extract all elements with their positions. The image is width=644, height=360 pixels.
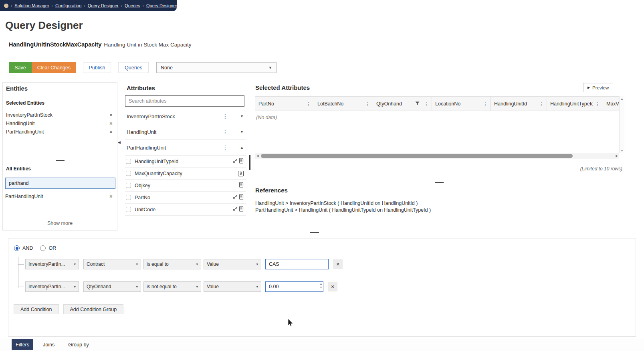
selected-entity-row: InventoryPartInStock × (3, 111, 117, 119)
query-name: HandlingUnitinStockMaxCapacity (9, 41, 101, 48)
column-header-handlingunittypeid[interactable]: HandlingUnitTypeId ⋮ (547, 97, 603, 111)
horizontal-scrollbar[interactable]: ◀ ▶ (255, 153, 619, 159)
attribute-checkbox[interactable] (126, 171, 131, 176)
condition-value-input[interactable] (265, 259, 329, 269)
column-header-lotbatchno[interactable]: LotBatchNo ⋮ (314, 97, 373, 111)
column-header-maxvol[interactable]: MaxVol (603, 97, 619, 111)
attribute-checkbox[interactable] (126, 183, 131, 188)
condition-attribute-dropdown[interactable]: QtyOnhand ▾ (83, 281, 141, 292)
or-label: OR (48, 245, 56, 251)
attribute-checkbox[interactable] (126, 159, 131, 164)
column-header-partno[interactable]: PartNo ⋮ (255, 97, 314, 111)
dropdown-value: Value (207, 284, 219, 289)
condition-valuetype-dropdown[interactable]: Value ▾ (204, 281, 261, 292)
scroll-right-icon[interactable]: ▶ (616, 153, 618, 159)
scroll-up-icon[interactable]: ▲ (620, 97, 624, 100)
home-icon[interactable] (4, 4, 8, 8)
attributes-list: InventoryPartInStock ⋮ ▼ HandlingUnit ⋮ … (125, 109, 246, 216)
vertical-scrollbar[interactable]: ▲ ▼ (619, 96, 624, 153)
kebab-menu-icon[interactable]: ⋮ (221, 129, 230, 135)
attribute-checkbox[interactable] (126, 207, 131, 212)
kebab-menu-icon[interactable]: ⋮ (481, 101, 490, 107)
condition-operator-dropdown[interactable]: is equal to ▾ (143, 259, 201, 269)
add-condition-button[interactable]: Add Condition (14, 304, 59, 314)
or-radio-option[interactable]: OR (40, 245, 56, 251)
column-header-qtyonhand[interactable]: QtyOnhand ⋮ (373, 97, 432, 111)
condition-entity-dropdown[interactable]: InventoryPartIn... ▾ (25, 281, 79, 292)
collapse-left-panel-icon[interactable]: ◀ (118, 140, 121, 144)
remove-condition-button[interactable]: × (328, 282, 337, 291)
scroll-left-icon[interactable]: ◀ (256, 153, 258, 159)
breadcrumb-separator: › (11, 4, 12, 8)
breadcrumb-solution-manager[interactable]: Solution Manager (14, 3, 49, 8)
remove-entity-icon[interactable]: × (109, 112, 113, 118)
condition-value-input[interactable] (265, 281, 323, 292)
references-resize-handle[interactable] (310, 232, 319, 233)
attribute-group-inventorypartinstock[interactable]: InventoryPartInStock ⋮ ▼ (125, 109, 246, 124)
publish-button[interactable]: Publish (83, 62, 111, 73)
tab-filters[interactable]: Filters (12, 339, 33, 350)
show-more-link[interactable]: Show more (3, 220, 117, 226)
chevron-down-icon[interactable]: ▼ (240, 114, 244, 118)
clear-changes-button[interactable]: Clear Changes (32, 62, 76, 73)
chevron-up-icon[interactable]: ▲ (240, 146, 244, 150)
key-icon (232, 206, 238, 213)
breadcrumb-configuration[interactable]: Configuration (55, 3, 81, 8)
table-resize-handle[interactable] (435, 182, 444, 183)
column-label: HandlingUnitId (494, 101, 537, 107)
condition-row: InventoryPartIn... ▾ Contract ▾ is equal… (25, 259, 343, 269)
entity-name: InventoryPartInStock (6, 112, 52, 118)
and-radio-option[interactable]: AND (14, 245, 33, 251)
chevron-down-icon: ▾ (136, 285, 138, 289)
preview-label: Preview (592, 85, 609, 90)
entities-panel: Entities Selected Entities InventoryPart… (2, 82, 117, 231)
stepper-up-icon[interactable]: ▲ (320, 283, 322, 285)
condition-attribute-dropdown[interactable]: Contract ▾ (83, 259, 141, 269)
selected-entities-list: InventoryPartInStock × HandlingUnit × Pa… (3, 111, 117, 136)
condition-operator-dropdown[interactable]: is not equal to ▾ (143, 281, 201, 292)
queries-button[interactable]: Queries (118, 62, 149, 73)
add-condition-group-button[interactable]: Add Condition Group (63, 304, 124, 314)
condition-entity-dropdown[interactable]: InventoryPartIn... ▾ (25, 259, 79, 269)
attribute-row-unitcode: UnitCode (125, 204, 246, 216)
remove-entity-icon[interactable]: × (109, 129, 113, 135)
panel-splitter-handle[interactable] (249, 155, 250, 170)
attribute-group-handlingunit[interactable]: HandlingUnit ⋮ ▼ (125, 124, 246, 140)
remove-condition-button[interactable]: × (333, 259, 343, 269)
kebab-menu-icon[interactable]: ⋮ (221, 144, 230, 151)
kebab-menu-icon[interactable]: ⋮ (363, 101, 372, 107)
kebab-menu-icon[interactable]: ⋮ (537, 101, 546, 107)
attribute-row-maxquantitycapacity: MaxQuantityCapacity 9 (125, 168, 246, 180)
filter-icon[interactable] (415, 101, 420, 107)
radio-selected-icon[interactable] (14, 245, 20, 251)
attribute-checkbox[interactable] (126, 195, 131, 200)
tab-group-by[interactable]: Group by (64, 339, 93, 350)
chevron-down-icon[interactable]: ▼ (240, 130, 244, 134)
entities-splitter-handle[interactable] (56, 160, 65, 161)
breadcrumb-query-designer[interactable]: Query Designer (88, 3, 119, 8)
tab-joins[interactable]: Joins (39, 339, 59, 350)
no-data-text: (No data) (255, 111, 619, 120)
attributes-search-input[interactable] (125, 95, 244, 107)
condition-valuetype-dropdown[interactable]: Value ▾ (204, 259, 261, 269)
save-button[interactable]: Save (9, 62, 32, 73)
scrollbar-thumb[interactable] (261, 154, 573, 158)
breadcrumb-current[interactable]: Query Designer (146, 3, 177, 8)
remove-entity-icon[interactable]: × (109, 194, 113, 199)
column-header-locationno[interactable]: LocationNo ⋮ (432, 97, 491, 111)
preview-button[interactable]: ▶ Preview (583, 83, 613, 92)
stepper-down-icon[interactable]: ▼ (320, 286, 322, 289)
text-type-icon (239, 206, 244, 213)
kebab-menu-icon[interactable]: ⋮ (304, 101, 313, 107)
remove-entity-icon[interactable]: × (109, 121, 113, 126)
kebab-menu-icon[interactable]: ⋮ (593, 101, 602, 107)
kebab-menu-icon[interactable]: ⋮ (422, 101, 431, 107)
all-entities-search-input[interactable] (5, 178, 115, 189)
scroll-down-icon[interactable]: ▼ (620, 149, 624, 152)
breadcrumb-queries[interactable]: Queries (125, 3, 140, 8)
kebab-menu-icon[interactable]: ⋮ (221, 113, 230, 119)
attribute-group-parthandlingunit[interactable]: PartHandlingUnit ⋮ ▲ (125, 140, 246, 156)
column-header-handlingunitid[interactable]: HandlingUnitId ⋮ (491, 97, 547, 111)
radio-unselected-icon[interactable] (40, 245, 46, 251)
profile-dropdown[interactable]: None ▼ (156, 62, 277, 73)
